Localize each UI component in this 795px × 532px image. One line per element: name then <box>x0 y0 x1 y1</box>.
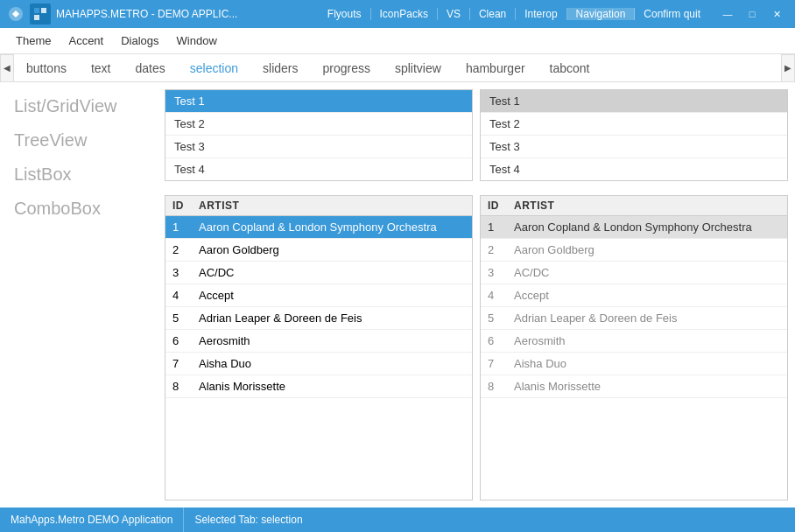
list-item[interactable]: Test 2 <box>165 113 472 136</box>
nav-confirm-quit[interactable]: Confirm quit <box>635 8 709 20</box>
status-selected-tab: Selected Tab: selection <box>184 508 313 532</box>
title-nav: Flyouts IconPacks VS Clean Interop Navig… <box>319 8 709 20</box>
tab-buttons[interactable]: buttons <box>14 56 79 80</box>
svg-rect-4 <box>41 15 46 20</box>
grid-cell-id: 3 <box>481 262 507 284</box>
grid-row[interactable]: 8 Alanis Morissette <box>165 375 472 398</box>
grid-col-artist: ARTIST <box>192 196 463 215</box>
right-grid-body[interactable]: 1 Aaron Copland & London Symphony Orches… <box>481 216 787 500</box>
grid-cell-artist: Alanis Morissette <box>192 375 472 397</box>
grid-row[interactable]: 8 Alanis Morissette <box>481 375 787 398</box>
nav-navigation[interactable]: Navigation <box>567 8 636 20</box>
right-grid-panel: ID ARTIST 1 Aaron Copland & London Symph… <box>480 195 788 500</box>
menu-accent[interactable]: Accent <box>60 31 112 51</box>
scroll-right-button[interactable]: ▶ <box>781 54 795 82</box>
svg-rect-2 <box>41 8 46 13</box>
grid-cell-artist: Adrian Leaper & Doreen de Feis <box>507 307 787 329</box>
grid-section: ID ARTIST 1 Aaron Copland & London Symph… <box>158 195 795 500</box>
sidebar-treeview[interactable]: TreeView <box>14 130 144 150</box>
title-text: MAHAPPS.METRO - DEMO APPLIC... <box>56 8 310 20</box>
grid-row[interactable]: 6 Aerosmith <box>481 330 787 353</box>
menu-bar: Theme Accent Dialogs Window <box>0 28 795 54</box>
tab-tabcont[interactable]: tabcont <box>538 56 602 80</box>
title-bar: MAHAPPS.METRO - DEMO APPLIC... Flyouts I… <box>0 0 795 28</box>
grid-cell-artist: Alanis Morissette <box>507 375 787 397</box>
grid-header: ID ARTIST <box>165 196 472 216</box>
tab-hamburger[interactable]: hamburger <box>454 56 538 80</box>
maximize-button[interactable]: □ <box>741 5 763 23</box>
sidebar-list-gridview[interactable]: List/GridView <box>14 96 144 116</box>
list-item[interactable]: Test 3 <box>165 136 472 158</box>
grid-row[interactable]: 4 Accept <box>481 284 787 307</box>
status-bar: MahApps.Metro DEMO Application Selected … <box>0 508 795 532</box>
nav-interop[interactable]: Interop <box>516 8 566 20</box>
status-app-name: MahApps.Metro DEMO Application <box>0 508 184 532</box>
svg-rect-3 <box>34 15 39 20</box>
list-item[interactable]: Test 1 <box>481 90 787 113</box>
grid-col-id: ID <box>165 196 192 215</box>
grid-cell-artist: Adrian Leaper & Doreen de Feis <box>192 307 472 329</box>
grid-row[interactable]: 5 Adrian Leaper & Doreen de Feis <box>481 307 787 330</box>
scroll-tabs: buttons text dates selection sliders pro… <box>14 56 781 80</box>
tab-progress[interactable]: progress <box>311 56 383 80</box>
minimize-button[interactable]: — <box>716 5 739 23</box>
right-list-panel: Test 1 Test 2 Test 3 Test 4 <box>480 89 788 181</box>
nav-flyouts[interactable]: Flyouts <box>319 8 371 20</box>
grid-row[interactable]: 2 Aaron Goldberg <box>481 239 787 262</box>
list-item[interactable]: Test 4 <box>481 158 787 180</box>
grid-with-scroll-right: 1 Aaron Copland & London Symphony Orches… <box>481 216 787 500</box>
grid-row[interactable]: 4 Accept <box>165 284 472 307</box>
tab-splitview[interactable]: splitview <box>383 56 454 80</box>
grid-cell-id: 8 <box>481 375 507 397</box>
scroll-tabs-container: ◀ buttons text dates selection sliders p… <box>0 54 795 82</box>
sidebar-combobox[interactable]: ComboBox <box>14 199 144 219</box>
menu-window[interactable]: Window <box>168 31 226 51</box>
grid-cell-id: 4 <box>165 284 192 306</box>
status-app-name-text: MahApps.Metro DEMO Application <box>11 514 172 526</box>
grid-row[interactable]: 1 Aaron Copland & London Symphony Orches… <box>481 216 787 239</box>
list-section: Test 1 Test 2 Test 3 Test 4 Test 1 Test … <box>158 89 795 181</box>
grid-cell-artist: Aaron Copland & London Symphony Orchestr… <box>192 216 472 238</box>
grid-cell-artist: Aerosmith <box>507 330 787 352</box>
nav-clean[interactable]: Clean <box>470 8 516 20</box>
grid-cell-id: 1 <box>165 216 192 238</box>
grid-row[interactable]: 7 Aisha Duo <box>165 353 472 375</box>
nav-vs[interactable]: VS <box>438 8 470 20</box>
grid-cell-artist: AC/DC <box>192 262 472 284</box>
grid-cell-artist: Accept <box>192 284 472 306</box>
grid-cell-id: 7 <box>481 353 507 374</box>
tab-dates[interactable]: dates <box>123 56 178 80</box>
scroll-left-button[interactable]: ◀ <box>0 54 14 82</box>
grid-cell-id: 5 <box>481 307 507 329</box>
tab-text[interactable]: text <box>79 56 123 80</box>
close-button[interactable]: ✕ <box>765 5 788 23</box>
sidebar: List/GridView TreeView ListBox ComboBox <box>0 82 158 508</box>
grid-cell-id: 2 <box>481 239 507 261</box>
list-item[interactable]: Test 4 <box>165 158 472 180</box>
grid-row[interactable]: 2 Aaron Goldberg <box>165 239 472 262</box>
grid-with-scroll-left: 1 Aaron Copland & London Symphony Orches… <box>165 216 472 500</box>
nav-iconpacks[interactable]: IconPacks <box>371 8 438 20</box>
sidebar-listbox[interactable]: ListBox <box>14 164 144 185</box>
grid-row[interactable]: 3 AC/DC <box>481 262 787 284</box>
grid-row[interactable]: 6 Aerosmith <box>165 330 472 353</box>
list-item[interactable]: Test 2 <box>481 113 787 136</box>
grid-cell-id: 8 <box>165 375 192 397</box>
grid-row[interactable]: 3 AC/DC <box>165 262 472 284</box>
grid-row[interactable]: 1 Aaron Copland & London Symphony Orches… <box>165 216 472 239</box>
left-grid-body[interactable]: 1 Aaron Copland & London Symphony Orches… <box>165 216 472 500</box>
menu-theme[interactable]: Theme <box>7 31 60 51</box>
grid-cell-id: 6 <box>165 330 192 352</box>
grid-cell-id: 6 <box>481 330 507 352</box>
grid-row[interactable]: 7 Aisha Duo <box>481 353 787 375</box>
list-item[interactable]: Test 3 <box>481 136 787 158</box>
grid-cell-artist: Aisha Duo <box>192 353 472 374</box>
grid-cell-id: 2 <box>165 239 192 261</box>
status-selected-tab-text: Selected Tab: selection <box>194 514 302 526</box>
menu-dialogs[interactable]: Dialogs <box>112 31 167 51</box>
left-list-panel: Test 1 Test 2 Test 3 Test 4 <box>165 89 473 181</box>
tab-sliders[interactable]: sliders <box>250 56 310 80</box>
tab-selection[interactable]: selection <box>178 56 250 80</box>
grid-row[interactable]: 5 Adrian Leaper & Doreen de Feis <box>165 307 472 330</box>
list-item[interactable]: Test 1 <box>165 90 472 113</box>
